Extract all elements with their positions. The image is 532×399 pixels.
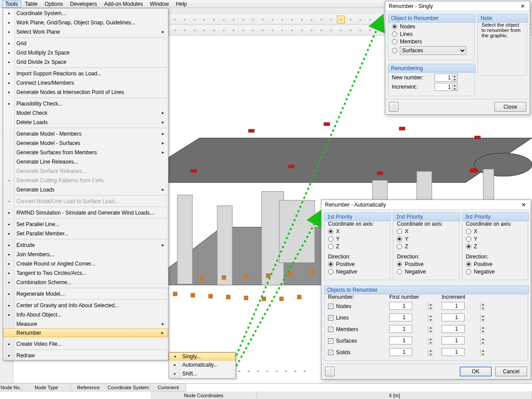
radio-direction-negative[interactable] <box>397 269 402 274</box>
toolbar-icon[interactable]: ▫ <box>220 26 228 34</box>
menu-item[interactable]: ▪Import Support Reactions as Load... <box>3 69 168 78</box>
toolbar-icon[interactable]: ▫ <box>376 16 384 23</box>
menu-item[interactable]: Model Check <box>3 108 168 117</box>
radio-axis-x[interactable] <box>397 229 402 234</box>
toolbar-icon[interactable]: ▫ <box>366 16 374 23</box>
first-number-spinner[interactable]: ▲▼ <box>389 313 434 322</box>
menu-item[interactable]: ▪Set Parallel Member... <box>3 229 168 238</box>
toolbar-icon[interactable]: ▫ <box>317 16 325 23</box>
radio-axis-x[interactable] <box>466 229 471 234</box>
increment-spinner[interactable]: ▲▼ <box>442 325 486 334</box>
menu-item[interactable]: ▪Create Round or Angled Corner... <box>3 259 168 268</box>
checkbox-solids[interactable] <box>328 350 333 355</box>
menu-item[interactable]: ▪Redraw <box>3 351 168 360</box>
menu-item[interactable]: ▪Plausibility Check... <box>3 99 168 108</box>
toolbar-icon[interactable]: ▫ <box>278 16 286 23</box>
menu-options[interactable]: Options <box>41 0 66 8</box>
toolbar-icon[interactable]: ▫ <box>356 16 364 23</box>
menu-developers[interactable]: Developers <box>66 0 101 8</box>
menu-item[interactable]: ▪Center of Gravity and Info About Select… <box>3 301 168 310</box>
menu-item[interactable]: ▪Generate Nodes at Intersection Point of… <box>3 87 168 97</box>
toolbar-icon[interactable]: ▫ <box>298 16 306 23</box>
radio-lines[interactable] <box>392 31 397 37</box>
radio-direction-negative[interactable] <box>466 269 471 274</box>
toolbar-icon[interactable]: ▫ <box>347 26 355 34</box>
radio-direction-positive[interactable] <box>466 262 471 267</box>
radio-axis-z[interactable] <box>466 244 471 249</box>
menu-item[interactable]: ▪Regenerate Model... <box>3 289 168 298</box>
menu-item[interactable]: ▪Work Plane, Grid/Snap, Object Snap, Gui… <box>3 18 168 27</box>
radio-axis-y[interactable] <box>466 236 471 242</box>
toolbar-icon[interactable]: ▫ <box>249 26 257 34</box>
toolbar-icon[interactable]: ▫ <box>171 26 179 34</box>
menu-window[interactable]: Window <box>146 0 172 8</box>
toolbar-icon[interactable]: ▫ <box>200 16 208 23</box>
toolbar-icon[interactable]: ▫ <box>191 26 199 34</box>
toolbar-icon[interactable]: ▫ <box>248 368 256 376</box>
toolbar-icon[interactable]: ▫ <box>327 26 335 34</box>
toolbar-icon[interactable]: ▫ <box>230 16 238 23</box>
toolbar-icon[interactable]: ▫ <box>366 26 374 34</box>
new-number-spinner[interactable]: ▲▼ <box>434 74 458 82</box>
help-icon[interactable]: ❔ <box>325 367 335 376</box>
checkbox-nodes[interactable] <box>328 304 333 309</box>
checkbox-surfaces[interactable] <box>328 338 333 344</box>
radio-axis-z[interactable] <box>397 244 402 249</box>
increment-spinner[interactable]: ▲▼ <box>442 313 486 322</box>
toolbar-icon[interactable]: ▫ <box>230 26 238 34</box>
toolbar-icon[interactable]: ▫ <box>259 16 267 23</box>
submenu-item[interactable]: ▪Singly... <box>169 352 235 360</box>
menu-help[interactable]: Help <box>172 0 191 8</box>
menu-item[interactable]: Generate Surfaces from Members <box>3 148 168 157</box>
radio-nodes[interactable] <box>392 24 397 29</box>
toolbar-icon[interactable]: ▫ <box>288 26 296 34</box>
toolbar-icon[interactable]: ▫ <box>259 26 267 34</box>
menu-item[interactable]: Generate Line Releases... <box>3 157 168 166</box>
menu-item[interactable]: ▪Join Members... <box>3 250 168 259</box>
close-icon[interactable]: ✕ <box>517 3 528 10</box>
toolbar-icon[interactable]: ▫ <box>294 368 302 376</box>
menu-item[interactable]: Generate Model - Members <box>3 129 168 138</box>
toolbar-icon[interactable]: ▫ <box>239 26 247 34</box>
submenu-item[interactable]: ▪Shift... <box>169 369 235 378</box>
toolbar-icon[interactable]: ▫ <box>304 368 312 376</box>
menu-item[interactable]: ▪Tangent to Two Circles/Arcs... <box>3 268 168 278</box>
help-icon[interactable]: ❔ <box>389 102 399 112</box>
toolbar-icon[interactable]: ▫ <box>220 16 228 23</box>
toolbar-icon[interactable]: ▫ <box>308 26 316 34</box>
toolbar-icon[interactable]: ▫ <box>239 368 246 376</box>
toolbar-icon[interactable]: ▫ <box>285 368 293 376</box>
increment-spinner[interactable]: ▲▼ <box>442 336 486 345</box>
submenu-item[interactable]: ▪Automatically... <box>169 360 235 369</box>
toolbar-icon[interactable]: ▫ <box>239 16 247 23</box>
menu-item[interactable]: ▪Connect Lines/Members <box>3 78 168 87</box>
first-number-spinner[interactable]: ▲▼ <box>389 302 434 311</box>
toolbar-icon[interactable]: ▫ <box>356 26 364 34</box>
surfaces-select[interactable]: Surfaces <box>400 46 466 55</box>
menu-addon-modules[interactable]: Add-on Modules <box>101 0 146 8</box>
toolbar-icon[interactable]: ▫ <box>347 16 355 23</box>
cancel-button[interactable]: Cancel <box>495 367 527 376</box>
menu-item[interactable]: ▪Grid Multiply 2x Space <box>3 48 168 57</box>
toolbar-icon[interactable]: ▫ <box>276 368 284 376</box>
radio-direction-negative[interactable] <box>328 269 333 274</box>
menu-tools[interactable]: Tools <box>2 0 21 8</box>
toolbar-icon[interactable]: ▫ <box>327 16 335 23</box>
toolbar-icon[interactable]: ▫ <box>337 26 345 34</box>
first-number-spinner[interactable]: ▲▼ <box>389 336 434 345</box>
close-icon[interactable]: ✕ <box>518 201 529 208</box>
toolbar-icon[interactable]: ▫ <box>298 26 306 34</box>
increment-spinner[interactable]: ▲▼ <box>442 348 486 357</box>
toolbar-icon[interactable]: ▫ <box>317 26 325 34</box>
radio-surfaces[interactable] <box>392 48 397 53</box>
first-number-spinner[interactable]: ▲▼ <box>389 348 434 357</box>
menu-item[interactable]: ▪Info About Object... <box>3 310 168 319</box>
close-button[interactable]: Close <box>494 102 526 112</box>
menu-item[interactable]: Renumber <box>3 329 168 337</box>
menu-item[interactable]: Delete Loads <box>3 117 168 127</box>
menu-item[interactable]: Generate Model - Surfaces <box>3 138 168 148</box>
menu-item[interactable]: ▪RWIND Simulation - Simulate and Generat… <box>3 208 168 217</box>
increment-spinner[interactable]: ▲▼ <box>434 83 458 91</box>
toolbar-icon[interactable]: ▫ <box>288 16 296 23</box>
radio-axis-y[interactable] <box>397 236 402 242</box>
